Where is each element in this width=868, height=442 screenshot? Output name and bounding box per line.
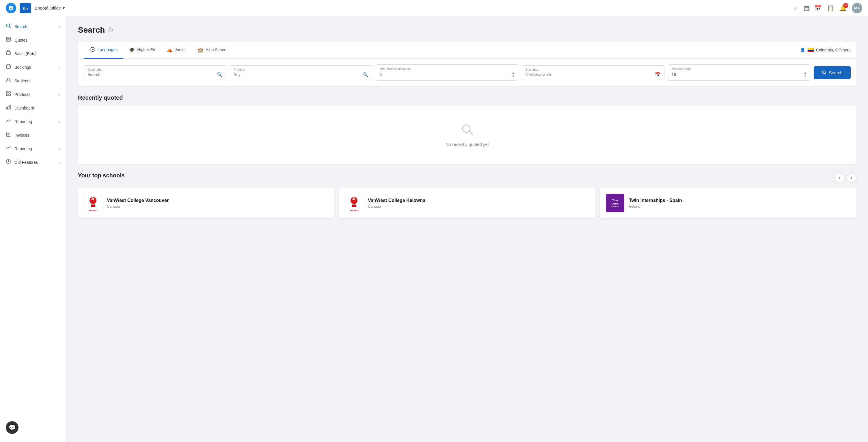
search-btn-label: Search bbox=[829, 70, 843, 75]
tasks-icon[interactable]: 📋 bbox=[827, 5, 834, 11]
help-icon[interactable]: ⓪ bbox=[108, 27, 113, 33]
tab-junior[interactable]: ⛺ Junior bbox=[161, 42, 192, 59]
top-schools-header: Your top schools ‹ › bbox=[78, 172, 857, 183]
svg-line-5 bbox=[9, 27, 11, 28]
school-logo-vanwest-vancouver: VAN WEST bbox=[84, 194, 102, 212]
school-card-vanwest-kelowna[interactable]: VAN WEST VanWest College Kelowna Canada bbox=[339, 188, 595, 218]
min-weeks-value: 4 bbox=[379, 72, 382, 77]
svg-rect-22 bbox=[9, 105, 10, 109]
calendar-icon[interactable]: 📅 bbox=[814, 5, 822, 11]
sidebar-item-quotes[interactable]: Quotes bbox=[0, 33, 66, 47]
min-weeks-down[interactable]: ▼ bbox=[512, 75, 515, 78]
sidebar-item-reporting2[interactable]: Reporting › bbox=[0, 142, 66, 155]
region-selector[interactable]: 👤 🇨🇴 Colombia, Offshore bbox=[800, 41, 851, 58]
svg-rect-35 bbox=[91, 205, 95, 207]
school-info-twin-spain: Twin Internships - Spain Ireland bbox=[629, 198, 851, 209]
office-name: Bogotá Office bbox=[35, 5, 61, 10]
add-icon[interactable]: ＋ bbox=[793, 4, 799, 12]
school-country-twin-spain: Ireland bbox=[629, 204, 851, 209]
top-navigation: ● Edv Bogotá Office ▾ ＋ ▤ 📅 📋 🔔 9 MA bbox=[0, 0, 868, 16]
svg-rect-10 bbox=[6, 52, 10, 55]
provider-input[interactable] bbox=[234, 72, 361, 77]
school-card-twin-spain[interactable]: Twin English Centres Twin Internships - … bbox=[600, 188, 857, 218]
chevron-right-icon: › bbox=[59, 146, 60, 151]
schools-next-button[interactable]: › bbox=[847, 173, 857, 183]
schools-grid: VAN WEST VanWest College Vancouver Canad… bbox=[78, 188, 857, 218]
edvisor-logo[interactable]: Edv bbox=[20, 3, 31, 13]
sidebar-label-students: Students bbox=[14, 79, 30, 83]
destination-search-icon: 🔍 bbox=[217, 72, 223, 78]
topnav-actions: ＋ ▤ 📅 📋 🔔 9 MA bbox=[793, 3, 862, 13]
chevron-right-icon: › bbox=[59, 24, 60, 29]
sidebar-item-dashboard[interactable]: Dashboard bbox=[0, 101, 66, 115]
sidebar-label-old-features: Old Features bbox=[14, 160, 38, 165]
sidebar-item-students[interactable]: Students bbox=[0, 74, 66, 88]
region-label: Colombia, Offshore bbox=[816, 48, 851, 52]
tab-languages[interactable]: 💬 Languages bbox=[84, 42, 123, 59]
bookings-icon bbox=[6, 64, 11, 70]
school-info-vanwest-kelowna: VanWest College Kelowna Canada bbox=[368, 198, 590, 209]
chevron-down-icon: ▾ bbox=[63, 5, 65, 11]
svg-rect-11 bbox=[6, 65, 10, 68]
tab-languages-label: Languages bbox=[98, 48, 118, 52]
recently-quoted-empty: No recently quoted yet bbox=[445, 142, 489, 147]
min-age-stepper[interactable]: ▲ ▼ bbox=[804, 71, 807, 78]
start-date-input[interactable] bbox=[526, 72, 653, 77]
main-content: Search ⓪ 💬 Languages 🎓 Higher Ed ⛺ Junio… bbox=[66, 16, 868, 442]
sidebar-item-reporting1[interactable]: Reporting › bbox=[0, 115, 66, 128]
svg-rect-20 bbox=[6, 108, 7, 109]
schools-prev-button[interactable]: ‹ bbox=[835, 173, 844, 183]
school-name-vanwest-vancouver: VanWest College Vancouver bbox=[107, 198, 329, 203]
min-age-up[interactable]: ▲ bbox=[804, 71, 807, 75]
chat-bubble-button[interactable]: 💬 bbox=[6, 421, 19, 434]
sidebar-label-sales: Sales (Beta) bbox=[14, 52, 37, 56]
recently-quoted-section: Recently quoted No recently quoted yet bbox=[78, 94, 857, 164]
app-icon[interactable]: ● bbox=[6, 3, 16, 13]
svg-point-30 bbox=[463, 125, 470, 132]
destination-field: Destination 🔍 bbox=[84, 65, 226, 80]
twin-logo-inner: Twin English Centres bbox=[606, 194, 624, 212]
sidebar-item-bookings[interactable]: Bookings › bbox=[0, 60, 66, 74]
junior-icon: ⛺ bbox=[167, 47, 173, 53]
user-avatar[interactable]: MA bbox=[852, 3, 862, 13]
products-icon bbox=[6, 91, 11, 98]
svg-text:Edv: Edv bbox=[23, 7, 28, 10]
school-country-vanwest-kelowna: Canada bbox=[368, 204, 590, 209]
sidebar-item-old-features[interactable]: Old Features › bbox=[0, 155, 66, 169]
empty-search-icon bbox=[461, 123, 473, 138]
tab-higher-ed[interactable]: 🎓 Higher Ed bbox=[123, 42, 161, 59]
svg-rect-16 bbox=[6, 92, 8, 93]
min-weeks-up[interactable]: ▲ bbox=[512, 71, 515, 75]
sidebar-item-sales[interactable]: Sales (Beta) bbox=[0, 47, 66, 60]
sales-icon bbox=[6, 50, 11, 57]
chevron-right-icon: › bbox=[59, 65, 60, 70]
school-card-vanwest-vancouver[interactable]: VAN WEST VanWest College Vancouver Canad… bbox=[78, 188, 334, 218]
chevron-right-icon: › bbox=[59, 92, 60, 97]
provider-label: Provider bbox=[234, 68, 369, 71]
svg-point-4 bbox=[7, 24, 10, 27]
min-weeks-stepper[interactable]: ▲ ▼ bbox=[512, 71, 515, 78]
min-age-value: 19 bbox=[672, 72, 676, 77]
office-selector[interactable]: Bogotá Office ▾ bbox=[35, 5, 65, 11]
tab-high-school[interactable]: 🏫 High School bbox=[192, 42, 233, 59]
min-age-down[interactable]: ▼ bbox=[804, 75, 807, 78]
filter-row: Destination 🔍 Provider 🔍 Min. number of … bbox=[78, 59, 857, 86]
search-icon bbox=[6, 23, 11, 30]
svg-rect-18 bbox=[6, 94, 8, 96]
search-button[interactable]: Search bbox=[814, 66, 851, 79]
notifications-icon[interactable]: 🔔 9 bbox=[839, 5, 847, 11]
chevron-right-icon: › bbox=[59, 160, 60, 165]
sidebar-label-reporting1: Reporting bbox=[14, 119, 32, 124]
sidebar-item-products[interactable]: Products › bbox=[0, 88, 66, 101]
destination-input[interactable] bbox=[88, 72, 215, 77]
sidebar-item-invoices[interactable]: Invoices bbox=[0, 128, 66, 142]
sidebar-label-dashboard: Dashboard bbox=[14, 106, 34, 110]
sidebar-item-search[interactable]: Search › bbox=[0, 20, 66, 33]
min-age-label: Minimum Age bbox=[672, 67, 807, 70]
school-name-vanwest-kelowna: VanWest College Kelowna bbox=[368, 198, 590, 203]
inbox-icon[interactable]: ▤ bbox=[804, 5, 809, 11]
region-flag: 🇨🇴 bbox=[807, 47, 814, 53]
top-schools-section: Your top schools ‹ › VAN WEST bbox=[78, 172, 857, 218]
min-age-field: Minimum Age 19 ▲ ▼ bbox=[668, 64, 810, 81]
svg-text:●: ● bbox=[10, 6, 12, 10]
